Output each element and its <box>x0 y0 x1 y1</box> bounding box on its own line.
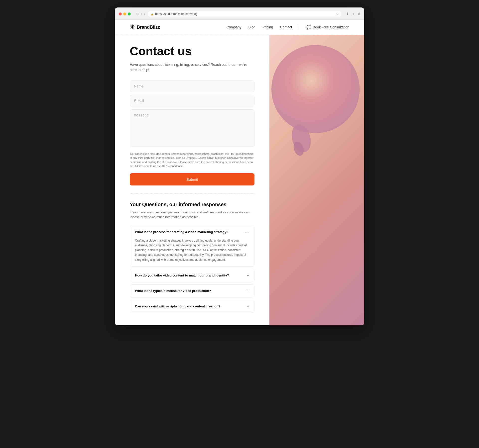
faq-answer-0: Crafting a video marketing strategy invo… <box>130 238 254 266</box>
nav-pricing[interactable]: Pricing <box>262 25 273 29</box>
faq-question-text-2: What is the typical timeline for video p… <box>135 289 211 293</box>
logo-text: BrandBlizz <box>137 25 160 30</box>
faq-expand-icon-3: + <box>247 304 249 309</box>
section-divider <box>130 193 254 194</box>
left-section: Contact us Have questions about licensin… <box>115 35 269 325</box>
browser-actions: ⬆ ＋ ⧉ <box>346 12 360 16</box>
browser-chrome: ⊞ ‹ › 🔒 https://studio-machina.com/blog … <box>115 7 364 20</box>
faq-collapse-icon-0: — <box>245 230 249 234</box>
faq-question-text-1: How do you tailor video content to match… <box>135 273 229 277</box>
faq-question-2[interactable]: What is the typical timeline for video p… <box>130 285 254 297</box>
faq-question-3[interactable]: Can you assist with scriptwriting and co… <box>130 300 254 313</box>
close-button[interactable] <box>119 12 122 15</box>
nav-company[interactable]: Company <box>227 25 241 29</box>
right-decorative-section <box>269 35 364 325</box>
contact-form: You can include files (documents, screen… <box>130 81 254 185</box>
submit-button[interactable]: Submit <box>130 173 254 185</box>
message-input[interactable] <box>130 109 254 147</box>
main-content: Contact us Have questions about licensin… <box>115 35 364 325</box>
website: ✳ BrandBlizz Company Blog Pricing Contac… <box>115 20 364 325</box>
faq-item-0: What is the process for creating a video… <box>130 226 254 267</box>
refresh-icon[interactable]: ↻ <box>336 12 339 16</box>
navbar: ✳ BrandBlizz Company Blog Pricing Contac… <box>115 20 364 35</box>
fullscreen-button[interactable] <box>128 12 131 15</box>
browser-controls: ⊞ ‹ › <box>136 12 145 16</box>
back-icon[interactable]: ‹ <box>141 12 142 16</box>
url-text: https://studio-machina.com/blog <box>155 12 197 16</box>
traffic-lights <box>119 12 131 15</box>
faq-item-2: What is the typical timeline for video p… <box>130 284 254 297</box>
share-icon[interactable]: ⬆ <box>346 12 349 16</box>
faq-question-text-0: What is the process for creating a video… <box>135 230 228 234</box>
logo[interactable]: ✳ BrandBlizz <box>130 24 160 31</box>
email-input[interactable] <box>130 95 254 106</box>
svg-point-0 <box>271 45 360 133</box>
faq-section: Your Questions, our informed responses I… <box>130 202 254 313</box>
faq-question-0[interactable]: What is the process for creating a video… <box>130 226 254 238</box>
nav-separator <box>299 25 299 30</box>
speech-bubble-illustration <box>269 42 364 172</box>
forward-icon[interactable]: › <box>144 12 145 16</box>
faq-expand-icon-1: + <box>247 273 249 278</box>
faq-expand-icon-2: + <box>247 289 249 293</box>
logo-star-icon: ✳ <box>130 24 135 31</box>
lock-icon: 🔒 <box>151 13 154 15</box>
minimize-button[interactable] <box>123 12 126 15</box>
faq-subtitle: If you have any questions, just reach ou… <box>130 210 254 220</box>
name-input[interactable] <box>130 81 254 92</box>
page-subtitle: Have questions about licensing, billing,… <box>130 62 254 73</box>
new-tab-icon[interactable]: ＋ <box>352 12 355 16</box>
faq-title: Your Questions, our informed responses <box>130 202 254 207</box>
faq-item-3: Can you assist with scriptwriting and co… <box>130 300 254 313</box>
tabs-icon[interactable]: ⧉ <box>358 12 360 16</box>
cta-label: Book Free Consultation <box>313 25 349 29</box>
nav-links: Company Blog Pricing Contact 💬 Book Free… <box>227 25 349 30</box>
faq-question-text-3: Can you assist with scriptwriting and co… <box>135 304 220 308</box>
book-consultation-button[interactable]: 💬 Book Free Consultation <box>306 25 349 30</box>
browser-window: ⊞ ‹ › 🔒 https://studio-machina.com/blog … <box>115 7 364 325</box>
chat-icon: 💬 <box>306 25 311 30</box>
faq-question-1[interactable]: How do you tailor video content to match… <box>130 269 254 282</box>
nav-contact[interactable]: Contact <box>280 25 292 29</box>
sidebar-icon[interactable]: ⊞ <box>136 12 139 16</box>
nav-blog[interactable]: Blog <box>248 25 255 29</box>
page-title: Contact us <box>130 45 254 58</box>
faq-item-1: How do you tailor video content to match… <box>130 269 254 282</box>
address-bar[interactable]: 🔒 https://studio-machina.com/blog ↻ <box>148 11 341 17</box>
file-note: You can include files (documents, screen… <box>130 152 254 168</box>
